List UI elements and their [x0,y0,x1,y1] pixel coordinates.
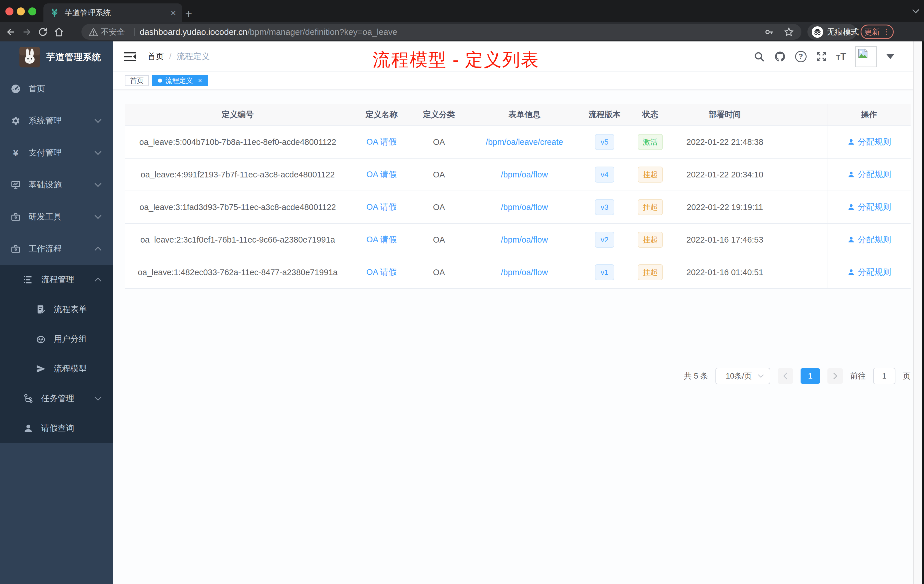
active-dot [158,79,162,82]
reload-icon[interactable] [35,24,51,40]
page-size-select[interactable]: 10条/页 [715,368,770,384]
security-label[interactable]: 不安全 [101,26,125,38]
window-maximize-button[interactable] [28,7,36,15]
assign-rule-link[interactable]: 分配规则 [858,267,891,278]
column-header-form: 表单信息 [465,104,583,125]
column-header-version: 流程版本 [583,104,626,125]
chevron-up-icon [94,277,102,282]
status-badge: 挂起 [638,199,663,215]
sidebar-item-process-model[interactable]: 流程模型 [0,354,113,384]
sidebar-item-process-management[interactable]: 流程管理 [0,265,113,295]
key-icon[interactable] [764,27,774,37]
version-tag: v3 [595,199,614,215]
app-logo-row[interactable]: 芋道管理系统 [0,41,113,73]
definition-name-link[interactable]: OA 请假 [366,267,396,278]
font-size-icon[interactable]: TT [836,51,846,62]
fullscreen-icon[interactable] [816,51,827,62]
caret-down-icon[interactable] [886,54,894,59]
column-header-id: 定义编号 [125,104,351,125]
table-row: oa_leave:5:004b710b-7b8a-11ec-8ef0-acde4… [125,126,911,158]
definition-category: OA [412,126,465,158]
main-area: 首页 / 流程定义 流程模型 - 定义列表 ? TT [113,41,913,584]
definition-name-link[interactable]: OA 请假 [366,169,396,180]
sidebar-item-user-group[interactable]: 用户分组 [0,324,113,354]
user-icon [23,423,34,434]
definition-id: oa_leave:5:004b710b-7b8a-11ec-8ef0-acde4… [125,126,351,158]
bookmark-star-icon[interactable] [784,27,794,37]
robot-icon [35,334,46,344]
tab-close-icon[interactable]: × [171,8,176,17]
favicon-plant-icon [50,8,59,18]
form-link[interactable]: /bpm/oa/leave/create [486,137,563,147]
browser-tab[interactable]: 芋道管理系统 × [43,3,182,22]
assign-rule-link[interactable]: 分配规则 [858,234,891,246]
window-close-button[interactable] [5,7,13,15]
sidebar-item-dev-tools[interactable]: 研发工具 [0,201,113,233]
assign-user-icon [847,268,855,276]
prev-page-button[interactable] [778,368,793,384]
tags-view-bar: 首页 流程定义 × [113,71,913,89]
sidebar-item-payment[interactable]: ¥ 支付管理 [0,137,113,169]
sidebar-item-process-form[interactable]: 流程表单 [0,295,113,324]
breadcrumb-home[interactable]: 首页 [147,51,164,62]
sidebar-item-leave-query[interactable]: 请假查询 [0,413,113,443]
window-minimize-button[interactable] [17,7,25,15]
sidebar-item-label: 流程管理 [41,274,94,285]
sidebar-item-infrastructure[interactable]: 基础设施 [0,169,113,201]
breadcrumb-separator: / [169,52,172,61]
browser-menu-icon[interactable]: ⋮ [883,27,890,36]
sidebar-item-label: 任务管理 [41,393,94,404]
tag-process-definition[interactable]: 流程定义 × [152,75,208,86]
browser-update-button[interactable]: 更新 ⋮ [861,25,894,39]
navbar-actions: ? TT [753,41,894,71]
pagination-total: 共 5 条 [684,371,708,381]
sidebar-item-system[interactable]: 系统管理 [0,105,113,137]
home-icon[interactable] [51,24,67,40]
definition-name-link[interactable]: OA 请假 [366,201,396,213]
definition-name-link[interactable]: OA 请假 [366,136,396,148]
new-tab-button[interactable]: + [185,8,192,20]
search-icon[interactable] [753,51,765,62]
deploy-time: 2022-01-22 21:48:38 [675,126,775,158]
tag-home[interactable]: 首页 [125,75,149,86]
sidebar-item-workflow[interactable]: 工作流程 [0,233,113,265]
top-navbar: 首页 / 流程定义 流程模型 - 定义列表 ? TT [113,41,913,71]
next-page-button[interactable] [827,368,843,384]
column-header-category: 定义分类 [412,104,465,125]
goto-page-input[interactable] [873,368,896,384]
form-link[interactable]: /bpm/oa/flow [501,235,548,244]
sidebar-item-task-management[interactable]: 任务管理 [0,384,113,413]
page-scrollbar[interactable] [913,41,922,584]
sidebar-toggle-icon[interactable] [124,51,136,62]
table-row: oa_leave:1:482ec033-762a-11ec-8477-a2380… [125,256,911,289]
sidebar-item-home[interactable]: 首页 [0,73,113,105]
form-link[interactable]: /bpm/oa/flow [501,170,548,180]
user-avatar[interactable] [855,46,876,67]
column-header-status: 状态 [626,104,675,125]
form-link[interactable]: /bpm/oa/flow [501,203,548,212]
chevron-down-icon [94,119,102,123]
url-bar[interactable]: 不安全 dashboard.yudao.iocoder.cn/bpm/manag… [81,24,802,40]
current-page-button[interactable]: 1 [800,368,820,384]
form-link[interactable]: /bpm/oa/flow [501,268,548,277]
tab-search-icon[interactable] [912,8,919,14]
forward-icon[interactable] [19,24,35,40]
sidebar-item-label: 流程模型 [54,363,102,374]
assign-rule-link[interactable]: 分配规则 [858,136,891,148]
assign-user-icon [847,236,855,244]
assign-rule-link[interactable]: 分配规则 [858,201,891,213]
update-label[interactable]: 更新 [864,27,880,37]
back-icon[interactable] [3,24,19,40]
definition-name-link[interactable]: OA 请假 [366,234,396,246]
help-icon[interactable]: ? [795,51,807,62]
sidebar-item-label: 用户分组 [54,333,102,345]
incognito-badge: 无痕模式 [807,24,856,40]
assign-rule-link[interactable]: 分配规则 [858,169,891,180]
github-icon[interactable] [774,51,786,63]
tag-close-icon[interactable]: × [198,77,202,84]
incognito-icon [812,26,823,38]
version-tag: v1 [595,264,614,280]
sidebar-item-label: 系统管理 [28,115,94,127]
definition-id: oa_leave:2:3c1f0ef1-76b1-11ec-9c66-a2380… [125,224,351,256]
sidebar-item-label: 请假查询 [41,422,102,434]
